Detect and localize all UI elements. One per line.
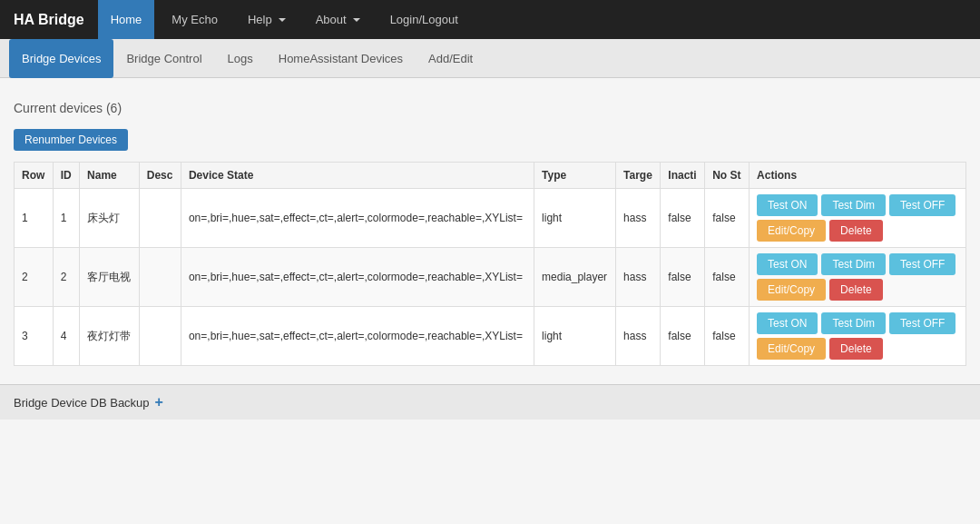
brand-logo[interactable]: HA Bridge — [14, 12, 84, 28]
actions-row2: Edit/CopyDelete — [757, 279, 958, 301]
renumber-devices-button[interactable]: Renumber Devices — [14, 129, 128, 151]
cell-row: 3 — [15, 307, 54, 366]
renumber-button-wrapper: Renumber Devices — [14, 129, 966, 151]
actions-row1: Test ONTest DimTest OFF — [757, 253, 958, 275]
test-off-button[interactable]: Test OFF — [889, 253, 956, 275]
cell-id: 1 — [53, 189, 79, 248]
cell-type: media_player — [534, 248, 616, 307]
cell-target: hass — [616, 248, 661, 307]
test-dim-button[interactable]: Test Dim — [821, 312, 886, 334]
test-on-button[interactable]: Test ON — [757, 312, 818, 334]
actions-wrapper: Test ONTest DimTest OFFEdit/CopyDelete — [757, 194, 958, 242]
col-name: Name — [80, 163, 140, 189]
col-inactive: Inacti — [661, 163, 705, 189]
table-row: 11床头灯on=,bri=,hue=,sat=,effect=,ct=,aler… — [15, 189, 966, 248]
about-dropdown-caret — [353, 18, 360, 22]
cell-inactive: false — [661, 189, 705, 248]
cell-desc — [139, 189, 181, 248]
actions-row2: Edit/CopyDelete — [757, 220, 958, 242]
test-off-button[interactable]: Test OFF — [889, 194, 956, 216]
cell-id: 2 — [53, 248, 79, 307]
cell-inactive: false — [661, 248, 705, 307]
cell-actions: Test ONTest DimTest OFFEdit/CopyDelete — [750, 189, 966, 248]
cell-actions: Test ONTest DimTest OFFEdit/CopyDelete — [750, 307, 966, 366]
nav-home[interactable]: Home — [98, 0, 155, 39]
actions-row1: Test ONTest DimTest OFF — [757, 312, 958, 334]
nav-myecho[interactable]: My Echo — [159, 0, 230, 39]
col-desc: Desc — [139, 163, 181, 189]
cell-no-st: false — [705, 307, 750, 366]
tab-bridge-devices[interactable]: Bridge Devices — [9, 39, 113, 78]
tab-bar: Bridge Devices Bridge Control Logs HomeA… — [0, 39, 980, 78]
col-id: ID — [53, 163, 79, 189]
device-table: Row ID Name Desc Device State Type Targe… — [14, 162, 966, 366]
tab-logs[interactable]: Logs — [215, 39, 266, 78]
cell-inactive: false — [661, 307, 705, 366]
cell-type: light — [534, 307, 616, 366]
delete-button[interactable]: Delete — [829, 338, 883, 360]
actions-row2: Edit/CopyDelete — [757, 338, 958, 360]
actions-wrapper: Test ONTest DimTest OFFEdit/CopyDelete — [757, 253, 958, 301]
cell-device-state: on=,bri=,hue=,sat=,effect=,ct=,alert=,co… — [181, 307, 534, 366]
actions-row1: Test ONTest DimTest OFF — [757, 194, 958, 216]
edit-copy-button[interactable]: Edit/Copy — [757, 338, 826, 360]
delete-button[interactable]: Delete — [829, 279, 883, 301]
main-content: Current devices (6) Renumber Devices Row… — [0, 78, 980, 375]
cell-actions: Test ONTest DimTest OFFEdit/CopyDelete — [750, 248, 966, 307]
edit-copy-button[interactable]: Edit/Copy — [757, 220, 826, 242]
col-actions: Actions — [750, 163, 966, 189]
table-header-row: Row ID Name Desc Device State Type Targe… — [15, 163, 966, 189]
test-on-button[interactable]: Test ON — [757, 253, 818, 275]
cell-target: hass — [616, 307, 661, 366]
tab-homeassistant-devices[interactable]: HomeAssistant Devices — [266, 39, 416, 78]
cell-name: 床头灯 — [80, 189, 140, 248]
cell-id: 4 — [53, 307, 79, 366]
tab-bridge-control[interactable]: Bridge Control — [113, 39, 214, 78]
add-backup-icon[interactable]: + — [155, 394, 163, 410]
nav-login-logout[interactable]: Login/Logout — [377, 0, 471, 39]
cell-type: light — [534, 189, 616, 248]
table-row: 34夜灯灯带on=,bri=,hue=,sat=,effect=,ct=,ale… — [15, 307, 966, 366]
cell-target: hass — [616, 189, 661, 248]
test-dim-button[interactable]: Test Dim — [821, 253, 886, 275]
cell-name: 夜灯灯带 — [80, 307, 140, 366]
test-off-button[interactable]: Test OFF — [889, 312, 956, 334]
cell-row: 1 — [15, 189, 54, 248]
test-dim-button[interactable]: Test Dim — [821, 194, 886, 216]
section-title: Current devices (6) — [14, 96, 966, 120]
col-type: Type — [534, 163, 616, 189]
cell-no-st: false — [705, 189, 750, 248]
delete-button[interactable]: Delete — [829, 220, 883, 242]
cell-name: 客厅电视 — [80, 248, 140, 307]
col-row: Row — [15, 163, 54, 189]
help-dropdown-caret — [279, 18, 286, 22]
col-no-st: No St — [705, 163, 750, 189]
cell-device-state: on=,bri=,hue=,sat=,effect=,ct=,alert=,co… — [181, 248, 534, 307]
test-on-button[interactable]: Test ON — [757, 194, 818, 216]
cell-desc — [139, 307, 181, 366]
navbar: HA Bridge Home My Echo Help About Login/… — [0, 0, 980, 39]
col-target: Targe — [616, 163, 661, 189]
cell-device-state: on=,bri=,hue=,sat=,effect=,ct=,alert=,co… — [181, 189, 534, 248]
cell-row: 2 — [15, 248, 54, 307]
edit-copy-button[interactable]: Edit/Copy — [757, 279, 826, 301]
table-row: 22客厅电视on=,bri=,hue=,sat=,effect=,ct=,ale… — [15, 248, 966, 307]
nav-help[interactable]: Help — [235, 0, 299, 39]
actions-wrapper: Test ONTest DimTest OFFEdit/CopyDelete — [757, 312, 958, 360]
col-device-state: Device State — [181, 163, 534, 189]
footer-bar: Bridge Device DB Backup + — [0, 384, 980, 420]
cell-no-st: false — [705, 248, 750, 307]
footer-label: Bridge Device DB Backup — [14, 396, 150, 410]
tab-add-edit[interactable]: Add/Edit — [416, 39, 485, 78]
nav-about[interactable]: About — [303, 0, 373, 39]
cell-desc — [139, 248, 181, 307]
